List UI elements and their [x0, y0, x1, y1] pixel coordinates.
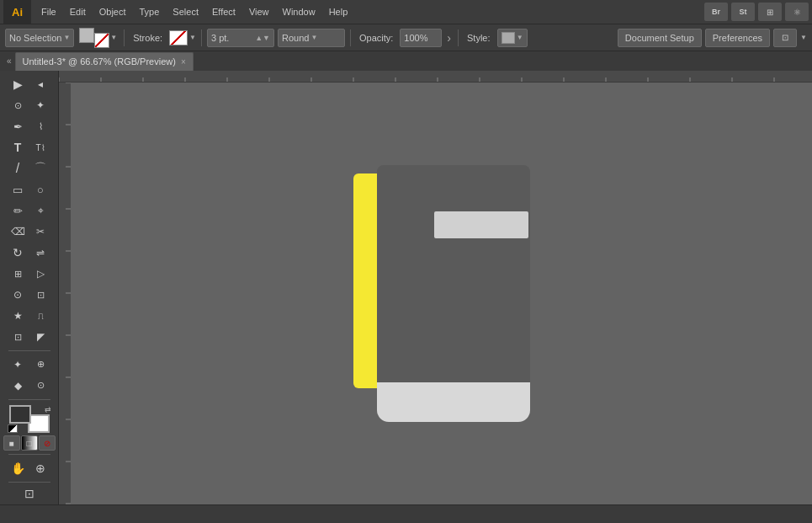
tab-close-button[interactable]: ×: [181, 57, 186, 67]
arc-tool[interactable]: ⌒: [29, 158, 51, 179]
free-transform-tool[interactable]: ⊡: [29, 285, 51, 305]
workspace-icon[interactable]: ⊞: [758, 3, 782, 21]
tab-bar: « Untitled-3* @ 66.67% (RGB/Preview) ×: [0, 51, 812, 71]
rotate-tool[interactable]: ↻: [7, 243, 29, 263]
stroke-label: Stroke:: [130, 33, 166, 43]
blend-tool[interactable]: ◆: [7, 376, 29, 396]
toolbar-separator: [124, 29, 125, 46]
app-logo: Ai: [3, 0, 31, 24]
eraser-tool-row: ⌫ ✂: [7, 221, 51, 242]
eyedropper-tool[interactable]: ✦: [7, 355, 29, 375]
canvas-content: [71, 83, 812, 504]
line-tool-row: / ⌒: [7, 158, 51, 179]
hand-tool[interactable]: ✋: [7, 458, 29, 478]
horizontal-ruler: [59, 71, 812, 83]
eyedropper-tool-row: ✦ ⊕: [7, 355, 51, 375]
bridge-icon[interactable]: Br: [704, 3, 728, 21]
tab-title: Untitled-3* @ 66.67% (RGB/Preview): [23, 56, 176, 67]
ruler-ticks-vertical: [59, 83, 71, 504]
menu-help[interactable]: Help: [322, 3, 355, 20]
cap-style-dropdown[interactable]: Round ▼: [278, 29, 345, 47]
tab-collapse-icon[interactable]: «: [3, 56, 15, 66]
scissors-tool[interactable]: ✂: [29, 221, 51, 242]
menu-window[interactable]: Window: [276, 3, 322, 20]
type-path-tool[interactable]: T⌇: [29, 137, 51, 157]
pencil-tool[interactable]: ✏: [7, 200, 29, 221]
magic-wand-tool[interactable]: ✦: [29, 95, 51, 115]
main-area: ▶ ◂ ⊙ ✦ ✒ ⌇ T T⌇ / ⌒ ▭ ○ ✏ ⌖ ⌫ ✂: [0, 71, 812, 504]
curvature-tool[interactable]: ⌇: [29, 116, 51, 136]
stroke-weight-input[interactable]: 3 pt. ▲▼: [207, 29, 274, 47]
default-colors-icon[interactable]: [8, 424, 18, 433]
artboard-tool[interactable]: ⊡: [7, 327, 29, 347]
slice-tool[interactable]: ◤: [29, 327, 51, 347]
atom-icon[interactable]: ⚛: [785, 3, 809, 21]
menu-view[interactable]: View: [242, 3, 276, 20]
tool-separator: [8, 350, 50, 351]
symbol-sprayer-tool[interactable]: ★: [7, 306, 29, 326]
arrange-button[interactable]: ⊡: [773, 29, 797, 47]
pen-tool[interactable]: ✒: [7, 116, 29, 136]
measure-tool[interactable]: ⊕: [29, 355, 51, 375]
selection-tool[interactable]: ▶: [7, 74, 29, 94]
menu-bar: Ai File Edit Object Type Select Effect V…: [0, 0, 812, 24]
scale-tool-row: ⊞ ▷: [7, 264, 51, 284]
opacity-input[interactable]: 100%: [400, 29, 442, 47]
eraser-tool[interactable]: ⌫: [7, 221, 29, 242]
tool-separator: [8, 399, 50, 400]
tool-separator: [8, 454, 50, 455]
live-paint-tool[interactable]: ⊙: [29, 376, 51, 396]
canvas-area[interactable]: [59, 71, 812, 504]
status-bar: [0, 504, 812, 523]
document-setup-button[interactable]: Document Setup: [618, 29, 702, 47]
color-button[interactable]: ■: [3, 435, 20, 451]
none-button[interactable]: ⊘: [39, 435, 56, 451]
lasso-tool-row: ⊙ ✦: [7, 95, 51, 115]
opacity-label: Opacity:: [356, 33, 396, 43]
warp-tool[interactable]: ⊙: [7, 285, 29, 305]
color-mode-row: ■ □ ⊘: [3, 435, 56, 451]
lasso-tool[interactable]: ⊙: [7, 95, 29, 115]
scale-tool[interactable]: ⊞: [7, 264, 29, 284]
shaper-tool[interactable]: ⌖: [29, 200, 51, 221]
toolbar-expand-icon[interactable]: ▼: [800, 34, 807, 41]
opacity-expand-icon[interactable]: ›: [445, 31, 453, 45]
fill-stroke-colors: ⇄: [8, 405, 51, 434]
stroke-color-picker[interactable]: ▼: [169, 30, 196, 45]
selection-dropdown[interactable]: No Selection ▼: [5, 29, 74, 47]
menu-effect[interactable]: Effect: [205, 3, 242, 20]
line-tool[interactable]: /: [7, 158, 29, 179]
menu-select[interactable]: Select: [166, 3, 205, 20]
stock-icon[interactable]: St: [731, 3, 755, 21]
menu-object[interactable]: Object: [93, 3, 133, 20]
change-screen-mode[interactable]: ⊡: [8, 486, 51, 501]
pencil-tool-row: ✏ ⌖: [7, 200, 51, 221]
rotate-tool-row: ↻ ⇌: [7, 243, 51, 263]
toolbar-separator: [350, 29, 351, 46]
style-label: Style:: [464, 33, 494, 43]
direct-selection-tool[interactable]: ◂: [29, 74, 51, 94]
chevron-down-icon: ▼: [189, 34, 196, 41]
type-tool[interactable]: T: [7, 137, 29, 157]
menu-type[interactable]: Type: [133, 3, 167, 20]
view-mode-row: ✋ ⊕: [7, 458, 51, 478]
style-dropdown[interactable]: ▼: [497, 29, 528, 47]
book-body: [377, 165, 530, 392]
blend-tool-row: ◆ ⊙: [7, 376, 51, 396]
zoom-tool[interactable]: ⊕: [29, 458, 51, 478]
gradient-button[interactable]: □: [21, 435, 38, 451]
column-graph-tool[interactable]: ⎍: [29, 306, 51, 326]
book-bottom: [377, 382, 530, 422]
preferences-button[interactable]: Preferences: [705, 29, 770, 47]
fill-stroke-selector[interactable]: [79, 28, 109, 48]
options-toolbar: No Selection ▼ ▼ Stroke: ▼ 3 pt. ▲▼ Roun…: [0, 24, 812, 51]
ellipse-tool[interactable]: ○: [29, 179, 51, 200]
rectangle-tool[interactable]: ▭: [7, 179, 29, 200]
menu-file[interactable]: File: [34, 3, 63, 20]
document-tab[interactable]: Untitled-3* @ 66.67% (RGB/Preview) ×: [15, 52, 194, 71]
menu-edit[interactable]: Edit: [63, 3, 93, 20]
fill-color-swatch[interactable]: [9, 405, 31, 424]
swap-colors-icon[interactable]: ⇄: [45, 405, 51, 414]
reflect-tool[interactable]: ⇌: [29, 243, 51, 263]
shear-tool[interactable]: ▷: [29, 264, 51, 284]
